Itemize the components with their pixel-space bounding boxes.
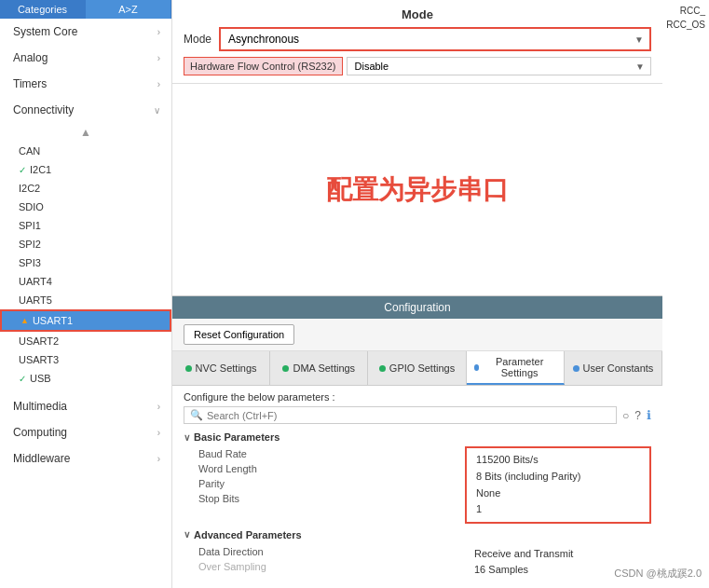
- reset-configuration-button[interactable]: Reset Configuration: [184, 324, 294, 345]
- sidebar-subitem-i2c2[interactable]: I2C2: [0, 179, 171, 198]
- param-name: Parity: [198, 478, 465, 489]
- tab-user-constants[interactable]: User Constants: [565, 351, 662, 385]
- mode-select-wrapper: Asynchronous ▼: [219, 27, 651, 51]
- circle-icon[interactable]: ○: [622, 409, 629, 422]
- content-main: Mode Mode Asynchronous ▼ Hardware Flow C…: [172, 0, 662, 588]
- tab-parameter-settings[interactable]: Parameter Settings: [467, 351, 565, 385]
- sidebar-item-label: Middleware: [13, 452, 70, 465]
- hw-flow-select[interactable]: Disable: [348, 58, 651, 75]
- hw-flow-select-wrapper: Disable ▼: [347, 57, 652, 75]
- advanced-params-rows: Data Direction Over Sampling Receive and…: [184, 544, 651, 581]
- tab-label: Parameter Settings: [483, 356, 555, 378]
- annotation-area: 配置为异步串口: [172, 84, 662, 295]
- tab-gpio-settings[interactable]: GPIO Settings: [368, 351, 466, 385]
- basic-params-names: Baud Rate Word Length Parity Stop Bits: [184, 446, 465, 506]
- sidebar-item-system-core[interactable]: System Core ›: [0, 19, 171, 45]
- param-row-parity: Parity: [184, 476, 465, 491]
- sidebar-item-label: Timers: [13, 77, 47, 90]
- dot-icon: [379, 365, 386, 372]
- parameter-settings-content: Configure the below parameters : 🔍 ○ ? ℹ…: [172, 386, 662, 588]
- connectivity-submenu: ▲ CAN I2C1 I2C2 SDIO SPI1 SPI2 SPI3 UART…: [0, 123, 171, 388]
- mode-label: Mode: [184, 33, 211, 46]
- param-toolbar: 🔍 ○ ? ℹ: [184, 406, 651, 424]
- tab-label: GPIO Settings: [389, 362, 455, 374]
- tab-label: DMA Settings: [293, 362, 355, 374]
- configure-text: Configure the below parameters :: [184, 391, 651, 403]
- sidebar-subitem-uart4[interactable]: UART4: [0, 272, 171, 291]
- sidebar-subitem-can[interactable]: CAN: [0, 142, 171, 160]
- annotation-text: 配置为异步串口: [326, 172, 509, 208]
- sidebar-item-label: System Core: [13, 25, 77, 38]
- mode-title: Mode: [402, 7, 433, 21]
- info-icon[interactable]: ℹ: [647, 408, 651, 422]
- search-box: 🔍: [184, 406, 617, 424]
- sidebar-item-middleware[interactable]: Middleware ›: [0, 445, 171, 472]
- sidebar-item-timers[interactable]: Timers ›: [0, 71, 171, 97]
- sidebar-subitem-usb[interactable]: USB: [0, 369, 171, 388]
- circle-question-icon[interactable]: ?: [634, 409, 641, 422]
- param-value-direction: Receive and Transmit: [474, 546, 642, 563]
- sidebar-subitem-spi1[interactable]: SPI1: [0, 216, 171, 235]
- subitem-label: USART1: [33, 315, 73, 326]
- tab-label: User Constants: [583, 362, 654, 374]
- basic-params-values-box: 115200 Bits/s 8 Bits (including Parity) …: [465, 446, 651, 523]
- chevron-right-icon: ›: [157, 79, 160, 89]
- group-label: Advanced Parameters: [194, 529, 302, 540]
- param-name: Data Direction: [198, 546, 465, 557]
- content-area: Mode Mode Asynchronous ▼ Hardware Flow C…: [172, 0, 709, 588]
- right-label-rcc: RCC_: [680, 6, 705, 16]
- config-toolbar: Reset Configuration: [172, 319, 662, 351]
- sidebar-subitem-usart2[interactable]: USART2: [0, 332, 171, 350]
- configuration-section: Configuration Reset Configuration NVC Se…: [172, 295, 662, 588]
- dot-icon: [474, 364, 480, 371]
- tab-nvc-settings[interactable]: NVC Settings: [172, 351, 270, 385]
- expand-icon[interactable]: ∨: [184, 529, 190, 540]
- chevron-right-icon: ›: [157, 402, 160, 412]
- mode-select[interactable]: Asynchronous: [221, 29, 649, 49]
- sidebar-item-label: Multimedia: [13, 400, 67, 413]
- tab-label: NVC Settings: [196, 362, 257, 374]
- search-input[interactable]: [207, 410, 610, 421]
- config-header: Configuration: [172, 296, 662, 319]
- tab-categories[interactable]: Categories: [0, 0, 86, 19]
- chevron-down-icon: ∨: [154, 105, 160, 116]
- dot-icon: [185, 365, 192, 372]
- sidebar-subitem-usart3[interactable]: USART3: [0, 350, 171, 369]
- sidebar-subitem-uart5[interactable]: UART5: [0, 291, 171, 309]
- sidebar-tab-bar: Categories A>Z: [0, 0, 171, 19]
- param-value-baud: 115200 Bits/s: [476, 452, 640, 469]
- sidebar-item-computing[interactable]: Computing ›: [0, 419, 171, 445]
- sidebar-item-connectivity[interactable]: Connectivity ∨: [0, 97, 171, 123]
- param-row-stop: Stop Bits: [184, 491, 465, 506]
- advanced-params-names: Data Direction Over Sampling: [184, 544, 465, 574]
- sidebar-subitem-spi2[interactable]: SPI2: [0, 235, 171, 253]
- param-name: Baud Rate: [198, 448, 465, 459]
- sidebar-subitem-usart1[interactable]: USART1: [0, 309, 171, 332]
- sidebar-subitem-spi3[interactable]: SPI3: [0, 253, 171, 272]
- sidebar: Categories A>Z System Core › Analog › Ti…: [0, 0, 172, 588]
- param-name: Word Length: [198, 463, 465, 474]
- config-tabs: NVC Settings DMA Settings GPIO Settings …: [172, 351, 662, 386]
- param-row-baud: Baud Rate: [184, 446, 465, 461]
- sidebar-subitem-i2c1[interactable]: I2C1: [0, 160, 171, 179]
- tab-az[interactable]: A>Z: [86, 0, 171, 19]
- expand-icon[interactable]: ∨: [184, 432, 190, 443]
- advanced-params-header: ∨ Advanced Parameters: [184, 527, 651, 542]
- sidebar-item-label: Computing: [13, 426, 67, 439]
- mode-section: Mode Mode Asynchronous ▼ Hardware Flow C…: [172, 0, 662, 84]
- sidebar-subitem-sdio[interactable]: SDIO: [0, 198, 171, 216]
- param-value-word: 8 Bits (including Parity): [476, 469, 640, 485]
- sidebar-item-label: Analog: [13, 51, 48, 64]
- group-label: Basic Parameters: [194, 431, 280, 443]
- param-value-stop: 1: [476, 501, 640, 518]
- hw-flow-row: Hardware Flow Control (RS232) Disable ▼: [184, 57, 651, 75]
- param-row-direction: Data Direction: [184, 544, 465, 559]
- basic-params-header: ∨ Basic Parameters: [184, 430, 651, 444]
- sidebar-item-multimedia[interactable]: Multimedia ›: [0, 393, 171, 419]
- tab-dma-settings[interactable]: DMA Settings: [270, 351, 368, 385]
- sidebar-item-label: Connectivity: [13, 103, 74, 116]
- basic-params-rows: Baud Rate Word Length Parity Stop Bits: [184, 446, 651, 523]
- mode-row: Mode Asynchronous ▼: [184, 27, 651, 51]
- watermark: CSDN @桃成蹊2.0: [614, 567, 702, 581]
- sidebar-item-analog[interactable]: Analog ›: [0, 45, 171, 71]
